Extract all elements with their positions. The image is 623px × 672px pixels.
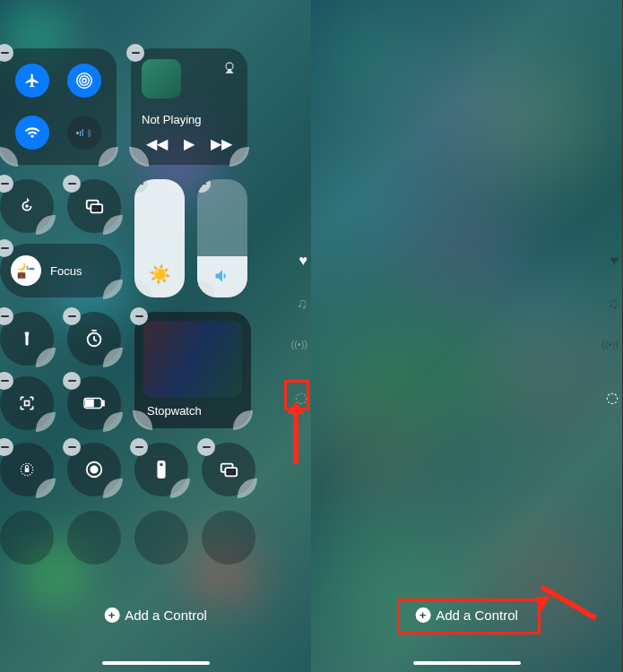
remove-button[interactable]	[0, 372, 13, 390]
screen-mirroring-button-2[interactable]	[202, 443, 255, 496]
play-button[interactable]: ▶	[184, 135, 195, 152]
control-center-edit-pane: •ılᛒ Not Playing ◀◀ ▶ ▶▶	[0, 0, 311, 672]
remove-button[interactable]	[63, 372, 81, 390]
remove-button[interactable]	[0, 44, 13, 62]
remove-button[interactable]	[0, 175, 13, 193]
screen-mirroring-button[interactable]	[67, 179, 121, 233]
flashlight-button[interactable]	[0, 312, 54, 366]
home-indicator[interactable]	[102, 661, 210, 665]
svg-point-0	[82, 79, 87, 83]
remove-button[interactable]	[197, 179, 211, 193]
brightness-slider[interactable]: ☀️	[134, 179, 185, 297]
volume-slider[interactable]	[197, 179, 247, 297]
empty-slot[interactable]	[134, 511, 188, 564]
svg-rect-13	[25, 469, 30, 473]
remove-button[interactable]	[0, 307, 13, 325]
stopwatch-label: Stopwatch	[147, 404, 202, 418]
svg-point-17	[160, 463, 163, 467]
connectivity-module[interactable]: •ılᛒ	[0, 48, 117, 165]
annotation-arrow-2	[541, 566, 604, 602]
focus-button[interactable]: 🌙🛏️💼 Focus	[0, 244, 121, 297]
remove-button[interactable]	[63, 307, 81, 325]
rotation-lock-button[interactable]	[0, 179, 54, 233]
remove-button[interactable]	[0, 438, 13, 456]
remove-button[interactable]	[126, 44, 144, 62]
low-power-button[interactable]	[67, 376, 121, 430]
svg-point-4	[25, 204, 29, 208]
stopwatch-module[interactable]: Stopwatch	[134, 312, 251, 428]
empty-slot[interactable]	[0, 511, 54, 564]
airplay-icon[interactable]	[222, 61, 237, 75]
next-track-button[interactable]: ▶▶	[211, 135, 232, 152]
timer-button[interactable]	[67, 312, 121, 366]
music-indicator[interactable]: ♫	[297, 296, 307, 312]
remove-button[interactable]	[0, 239, 13, 257]
svg-rect-8	[25, 401, 30, 406]
volume-icon	[213, 267, 231, 285]
brightness-icon: ☀️	[149, 263, 171, 285]
annotation-highlight-add	[397, 599, 541, 634]
custom-page-indicator[interactable]: ◌	[606, 389, 619, 406]
remove-button[interactable]	[130, 307, 148, 325]
airplane-mode-toggle[interactable]	[15, 64, 49, 98]
control-center-blank-pane: ♥ ♫ ((•)) ◌ + Add a Control	[311, 0, 622, 672]
focus-label: Focus	[50, 264, 82, 278]
empty-slot[interactable]	[202, 511, 255, 564]
screen-record-button[interactable]	[67, 443, 121, 496]
code-scanner-button[interactable]	[0, 376, 54, 430]
svg-rect-6	[91, 204, 102, 212]
remove-button[interactable]	[134, 179, 148, 193]
lock-button[interactable]	[0, 443, 54, 496]
svg-rect-19	[225, 468, 237, 476]
cellular-bluetooth-toggle[interactable]: •ılᛒ	[67, 116, 101, 150]
home-indicator[interactable]	[413, 661, 521, 665]
svg-point-1	[80, 76, 90, 86]
svg-rect-10	[102, 401, 104, 406]
plus-icon: +	[104, 607, 119, 623]
album-art-placeholder	[142, 59, 181, 99]
favorites-indicator[interactable]: ♥	[610, 253, 619, 269]
previous-track-button[interactable]: ◀◀	[146, 135, 168, 152]
add-control-button[interactable]: + Add a Control	[104, 607, 207, 623]
connectivity-indicator[interactable]: ((•))	[290, 339, 307, 349]
annotation-arrow-1	[293, 410, 299, 464]
media-playback-module[interactable]: Not Playing ◀◀ ▶ ▶▶	[131, 48, 247, 165]
connectivity-indicator[interactable]: ((•))	[601, 339, 619, 349]
music-indicator[interactable]: ♫	[608, 296, 619, 312]
favorites-indicator[interactable]: ♥	[299, 253, 308, 269]
media-status-label: Not Playing	[142, 113, 201, 126]
remove-button[interactable]	[63, 438, 81, 456]
empty-slot[interactable]	[67, 511, 121, 564]
svg-point-15	[91, 466, 97, 472]
remove-button[interactable]	[197, 438, 215, 456]
airdrop-toggle[interactable]	[67, 64, 101, 98]
svg-rect-11	[86, 400, 93, 406]
add-control-label: Add a Control	[125, 607, 207, 623]
remote-button[interactable]	[134, 443, 188, 496]
remove-button[interactable]	[63, 175, 81, 193]
wifi-toggle[interactable]	[15, 116, 49, 150]
remove-button[interactable]	[130, 438, 148, 456]
focus-icon: 🌙🛏️💼	[11, 255, 41, 286]
